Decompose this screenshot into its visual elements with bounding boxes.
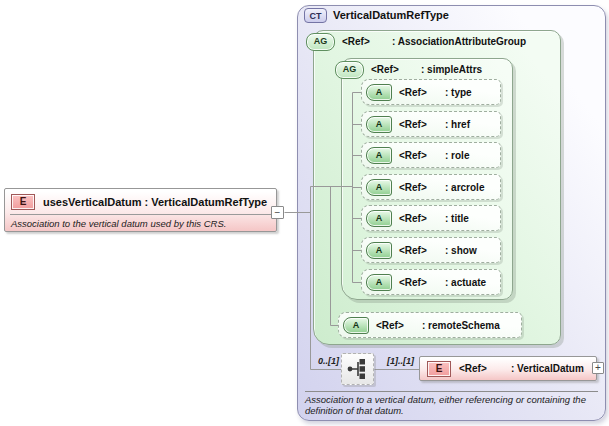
attribute-badge: A [366, 84, 392, 101]
element-badge: E [11, 194, 35, 210]
attribute-role[interactable]: A <Ref> : role [361, 142, 501, 168]
attribute-name: : role [445, 150, 469, 161]
attribute-name: : type [445, 87, 472, 98]
attribute-remote-schema[interactable]: A <Ref> : remoteSchema [338, 312, 522, 338]
simple-attrs-name: : simpleAttrs [421, 64, 482, 75]
attribute-arcrole[interactable]: A <Ref> : arcrole [361, 174, 501, 200]
attribute-ref: <Ref> [399, 150, 445, 161]
attribute-ref: <Ref> [399, 119, 445, 130]
schema-diagram: CT VerticalDatumRefType AG <Ref> : Assoc… [0, 0, 609, 426]
collapse-button[interactable]: − [271, 206, 284, 219]
cardinality-after: [1]..[1] [387, 356, 414, 366]
simple-attrs-badge: AG [335, 61, 364, 79]
attribute-ref: <Ref> [399, 182, 445, 193]
complex-type-badge: CT [304, 8, 327, 23]
attribute-badge: A [343, 317, 369, 334]
attribute-name: : href [445, 119, 470, 130]
attribute-name: : remoteSchema [422, 320, 500, 331]
attribute-badge: A [366, 147, 392, 164]
attribute-name: : show [445, 245, 477, 256]
element-uses-vertical-datum[interactable]: E usesVerticalDatum : VerticalDatumRefTy… [4, 188, 277, 232]
expand-button[interactable]: + [592, 362, 604, 374]
attribute-href[interactable]: A <Ref> : href [361, 111, 501, 137]
complex-type-title: VerticalDatumRefType [333, 9, 449, 21]
attribute-title[interactable]: A <Ref> : title [361, 205, 501, 231]
attribute-badge: A [366, 274, 392, 291]
attribute-ref: <Ref> [376, 320, 422, 331]
attribute-type[interactable]: A <Ref> : type [361, 79, 501, 105]
cardinality-before: 0..[1] [312, 356, 339, 366]
sequence-glyph [342, 354, 373, 384]
attribute-actuate[interactable]: A <Ref> : actuate [361, 269, 501, 295]
annotation-divider [305, 391, 598, 392]
attribute-name: : title [445, 213, 469, 224]
attribute-group-badge: AG [306, 33, 335, 51]
attribute-ref: <Ref> [399, 213, 445, 224]
child-element-name: : VerticalDatum [511, 363, 584, 374]
attribute-ref: <Ref> [399, 87, 445, 98]
element-badge: E [427, 361, 451, 377]
attribute-group-header: AG <Ref> : AssociationAttributeGroup [306, 33, 526, 50]
simple-attrs-ref: <Ref> [371, 64, 421, 75]
attribute-group-ref: <Ref> [342, 36, 392, 47]
element-annotation: Association to the vertical datum used b… [5, 215, 276, 229]
attribute-name: : arcrole [445, 182, 484, 193]
element-header: E usesVerticalDatum : VerticalDatumRefTy… [5, 189, 276, 214]
child-element-verticaldatum[interactable]: E <Ref> : VerticalDatum [419, 356, 597, 381]
attribute-group-name: : AssociationAttributeGroup [392, 36, 526, 47]
attribute-badge: A [366, 179, 392, 196]
attribute-show[interactable]: A <Ref> : show [361, 237, 501, 263]
element-title: usesVerticalDatum : VerticalDatumRefType [43, 196, 267, 208]
attribute-badge: A [366, 116, 392, 133]
child-element-ref: <Ref> [459, 363, 511, 374]
attribute-badge: A [366, 242, 392, 259]
attribute-ref: <Ref> [399, 245, 445, 256]
attribute-badge: A [366, 210, 392, 227]
simple-attrs-header: AG <Ref> : simpleAttrs [335, 61, 482, 78]
attribute-ref: <Ref> [399, 277, 445, 288]
sequence-icon[interactable] [341, 353, 374, 385]
complex-type-annotation: Association to a vertical datum, either … [305, 394, 593, 416]
attribute-name: : actuate [445, 277, 486, 288]
